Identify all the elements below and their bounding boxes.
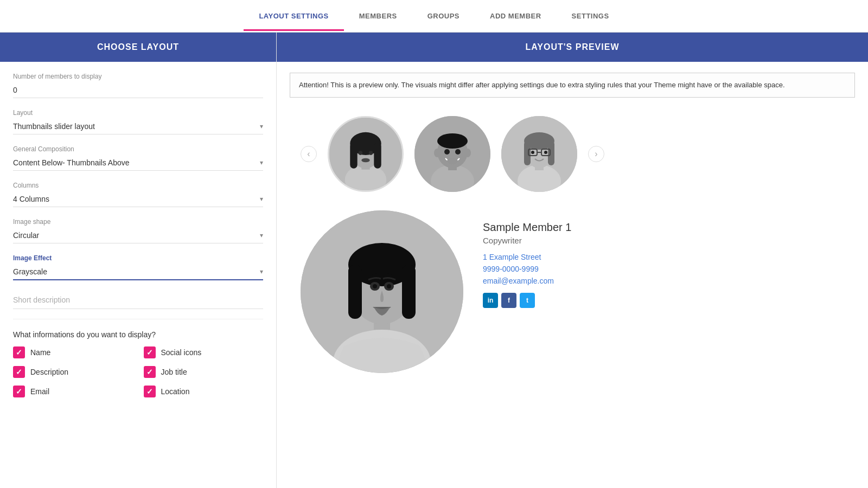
checkbox-social-icons[interactable]: Social icons	[144, 346, 264, 358]
svg-point-19	[447, 158, 458, 164]
svg-rect-5	[350, 142, 357, 168]
avatar-3[interactable]	[501, 116, 577, 192]
svg-point-41	[373, 284, 377, 288]
large-avatar[interactable]	[301, 210, 463, 373]
image-shape-label: Image shape	[13, 218, 263, 226]
columns-select[interactable]: 4 Columns ▾	[13, 191, 263, 207]
composition-group: General Composition Content Below- Thumb…	[13, 145, 263, 171]
members-count-group: Number of members to display 0	[13, 73, 263, 98]
checkbox-job-title-label: Job title	[161, 368, 187, 376]
checkbox-job-title-box[interactable]	[144, 366, 156, 378]
image-shape-select[interactable]: Circular ▾	[13, 228, 263, 243]
right-panel-header: LAYOUT'S PREVIEW	[277, 33, 868, 62]
left-panel-body: Number of members to display 0 Layout Th…	[0, 62, 276, 408]
large-avatar-image	[301, 210, 463, 373]
main-container: CHOOSE LAYOUT Number of members to displ…	[0, 33, 868, 488]
next-button[interactable]: ›	[588, 146, 604, 162]
preview-area: ‹	[290, 111, 855, 378]
checkbox-description-label: Description	[30, 368, 68, 376]
svg-point-18	[455, 149, 461, 155]
svg-point-31	[544, 151, 547, 154]
checkbox-job-title[interactable]: Job title	[144, 366, 264, 378]
composition-value: Content Below- Thumbnails Above	[13, 158, 130, 167]
checkbox-location-box[interactable]	[144, 386, 156, 397]
member-name: Sample Member 1	[483, 221, 571, 234]
checkbox-name-box[interactable]	[13, 346, 25, 358]
svg-rect-37	[348, 265, 362, 319]
right-panel-body: Attention! This is a preview only. The v…	[277, 62, 868, 389]
member-email: email@example.com	[483, 277, 571, 285]
members-count-label: Number of members to display	[13, 73, 263, 80]
image-effect-label: Image Effect	[13, 254, 263, 262]
layout-group: Layout Thumbnails slider layout ▾	[13, 109, 263, 134]
avatar-2[interactable]	[414, 116, 490, 192]
selected-member-row: Sample Member 1 Copywriter 1 Example Str…	[301, 210, 571, 373]
nav-add-member[interactable]: ADD MEMBER	[475, 1, 557, 31]
image-shape-arrow-icon: ▾	[260, 232, 263, 239]
image-effect-select[interactable]: Grayscale ▾	[13, 264, 263, 280]
composition-select[interactable]: Content Below- Thumbnails Above ▾	[13, 155, 263, 171]
thumbnail-row: ‹	[301, 116, 844, 192]
top-navigation: LAYOUT SETTINGS MEMBERS GROUPS ADD MEMBE…	[0, 0, 868, 33]
svg-point-30	[531, 151, 534, 154]
checkbox-email-label: Email	[30, 387, 49, 396]
image-effect-group: Image Effect Grayscale ▾	[13, 254, 263, 280]
layout-arrow-icon: ▾	[260, 123, 263, 130]
facebook-icon[interactable]: f	[501, 293, 516, 308]
image-shape-value: Circular	[13, 231, 39, 240]
short-description-field[interactable]: Short description	[13, 291, 263, 309]
left-panel-header: CHOOSE LAYOUT	[0, 33, 276, 62]
nav-members[interactable]: MEMBERS	[344, 1, 412, 31]
composition-arrow-icon: ▾	[260, 159, 263, 166]
prev-button[interactable]: ‹	[301, 146, 317, 162]
members-count-value[interactable]: 0	[13, 82, 263, 98]
checkbox-description[interactable]: Description	[13, 366, 133, 378]
checkbox-name[interactable]: Name	[13, 346, 133, 358]
image-effect-value: Grayscale	[13, 267, 47, 276]
member-phone: 9999-0000-9999	[483, 265, 571, 273]
nav-groups[interactable]: GROUPS	[412, 1, 475, 31]
member-job-title: Copywriter	[483, 236, 571, 245]
member-address: 1 Example Street	[483, 253, 571, 261]
svg-point-16	[464, 149, 471, 157]
checkbox-email-box[interactable]	[13, 386, 25, 397]
svg-point-8	[369, 151, 373, 155]
checkbox-description-box[interactable]	[13, 366, 25, 378]
composition-label: General Composition	[13, 145, 263, 153]
left-panel: CHOOSE LAYOUT Number of members to displ…	[0, 33, 277, 488]
layout-value: Thumbnails slider layout	[13, 122, 95, 131]
twitter-icon[interactable]: t	[520, 293, 535, 308]
checkbox-email[interactable]: Email	[13, 386, 133, 397]
nav-layout-settings[interactable]: LAYOUT SETTINGS	[244, 1, 343, 31]
right-panel: LAYOUT'S PREVIEW Attention! This is a pr…	[277, 33, 868, 488]
member-info: Sample Member 1 Copywriter 1 Example Str…	[483, 210, 571, 308]
image-effect-arrow-icon: ▾	[260, 268, 263, 275]
avatar-1-image	[329, 118, 402, 190]
nav-settings[interactable]: SETTINGS	[557, 1, 624, 31]
svg-rect-6	[374, 142, 381, 168]
svg-point-7	[359, 151, 363, 155]
checkbox-social-icons-box[interactable]	[144, 346, 156, 358]
svg-rect-26	[548, 141, 554, 165]
linkedin-icon[interactable]: in	[483, 293, 498, 308]
checkboxes-grid: Name Social icons Description Job title	[13, 346, 263, 397]
checkbox-location[interactable]: Location	[144, 386, 264, 397]
divider	[13, 319, 263, 319]
checkbox-location-label: Location	[161, 387, 190, 396]
avatar-1[interactable]	[328, 116, 404, 192]
avatar-2-image	[414, 116, 490, 192]
columns-value: 4 Columns	[13, 195, 49, 203]
layout-label: Layout	[13, 109, 263, 117]
svg-point-17	[444, 149, 450, 155]
columns-arrow-icon: ▾	[260, 195, 263, 203]
avatar-3-image	[501, 116, 577, 192]
svg-rect-25	[524, 141, 531, 165]
svg-point-14	[437, 133, 468, 149]
image-shape-group: Image shape Circular ▾	[13, 218, 263, 243]
columns-group: Columns 4 Columns ▾	[13, 182, 263, 207]
layout-select[interactable]: Thumbnails slider layout ▾	[13, 119, 263, 134]
checkbox-social-icons-label: Social icons	[161, 348, 202, 357]
checkbox-name-label: Name	[30, 348, 50, 357]
svg-point-15	[434, 149, 441, 157]
attention-box: Attention! This is a preview only. The v…	[290, 73, 855, 98]
